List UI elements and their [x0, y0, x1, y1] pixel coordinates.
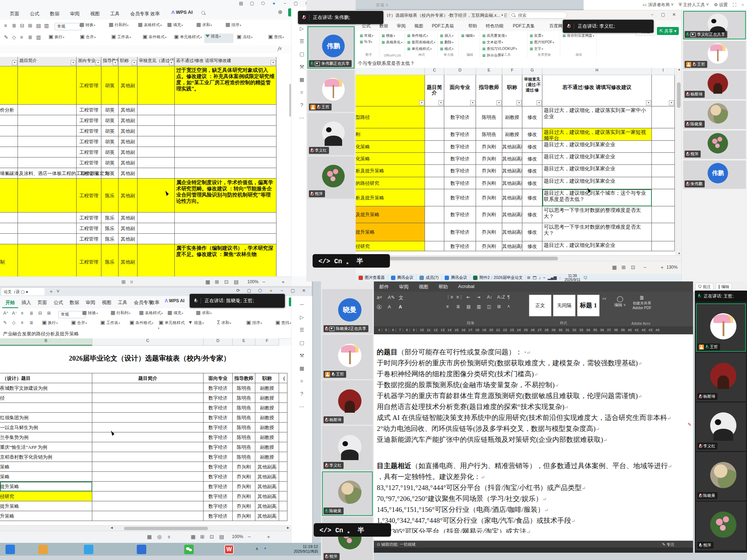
- para-tool-icon[interactable]: ¶: [507, 295, 510, 300]
- s2-cell[interactable]: 其他副高级: [255, 472, 279, 482]
- toolbar-btn-转换[interactable]: ▦转换▾: [81, 310, 108, 318]
- xl-cell[interactable]: [425, 206, 444, 223]
- status-icon[interactable]: ⌗: [130, 279, 133, 285]
- s1-cell[interactable]: [175, 147, 276, 158]
- format-icon[interactable]: ≡: [20, 34, 23, 40]
- s1-cell[interactable]: [0, 158, 18, 168]
- video-tile-李义红[interactable]: 李义红: [696, 402, 746, 451]
- filter-dropdown-button[interactable]: ▼: [12, 60, 17, 65]
- font-icon[interactable]: ≡: [21, 311, 23, 316]
- zoom-in-button[interactable]: ＋: [266, 534, 271, 540]
- xl-cell[interactable]: 修改: [522, 189, 542, 206]
- sidebar-tool-icon[interactable]: ☰: [298, 326, 306, 334]
- s1-cell[interactable]: [138, 147, 175, 158]
- xl-cell[interactable]: 数字经济: [444, 206, 476, 223]
- sidebar-tool-icon[interactable]: ▷: [298, 24, 306, 33]
- taskbar-icon-folder[interactable]: [38, 545, 48, 554]
- s1-cell[interactable]: [138, 179, 175, 213]
- scrollbar-thumb[interactable]: [289, 84, 291, 117]
- s2-cell[interactable]: [279, 511, 287, 521]
- toolbar-btn-工作表[interactable]: ▣工作表▾: [110, 34, 139, 43]
- xl-cell[interactable]: 题目过大，建议细化到某家企业: [542, 177, 652, 189]
- document-tab[interactable]: 论文（设 ▢ ●: [1, 288, 44, 295]
- ribbon-btn-发票[interactable]: ▦ 发票▾: [530, 33, 543, 38]
- s2-cell[interactable]: 提升策略: [0, 482, 92, 491]
- xl-cell[interactable]: 及提升策略: [356, 206, 425, 223]
- scroll-up-icon[interactable]: ▲: [678, 68, 681, 71]
- xl-cell[interactable]: 数字经济: [444, 128, 476, 141]
- xl-cell[interactable]: 修改: [522, 106, 542, 128]
- column-letter-E[interactable]: E: [233, 338, 255, 346]
- toolbar-btn-排序[interactable]: ▣排序▾: [245, 319, 273, 327]
- s2-cell[interactable]: 数字经济: [204, 393, 233, 403]
- column-letter-G[interactable]: G: [522, 68, 542, 75]
- s2-cell[interactable]: 陈明燕: [233, 413, 255, 423]
- s2-cell[interactable]: 其他副高级: [255, 501, 279, 511]
- menu-效率[interactable]: 效率: [147, 9, 163, 19]
- xl-cell[interactable]: [425, 177, 444, 189]
- menu-视图[interactable]: 视图: [87, 9, 103, 19]
- s1-cell[interactable]: 其他副高级: [119, 66, 138, 105]
- share-button[interactable]: ⇱ 共享 ▾: [657, 27, 679, 35]
- s2-cell[interactable]: 陈明燕: [233, 432, 255, 442]
- s2-cell[interactable]: 一以盒马鲜生为例: [0, 423, 92, 432]
- s1-cell[interactable]: 墙氟碳漆及涂料、酒店一体板工程的工程价款鉴定为: [0, 168, 18, 179]
- xl-cell[interactable]: 乔兴刚: [476, 153, 502, 165]
- sidebar-tool-icon[interactable]: ⋯: [298, 113, 306, 122]
- close-button[interactable]: ✕: [669, 12, 679, 17]
- wps-ai-button[interactable]: Λ WPS AI: [171, 9, 197, 17]
- ribbon-btn-编辑[interactable]: ▦ 编辑▾: [461, 33, 475, 38]
- s1-cell[interactable]: [18, 126, 77, 136]
- xl-cell[interactable]: [652, 128, 675, 141]
- xl-cell[interactable]: 题目过大，建议细化到某家企业: [542, 241, 652, 251]
- xl-cell[interactable]: 数字经济: [444, 106, 476, 128]
- ribbon-btn-插入[interactable]: ▦ 插入▾: [440, 33, 453, 38]
- s1-cell[interactable]: [138, 244, 175, 276]
- video-tile-朱伟鹏[interactable]: 伟鹏朱伟鹏: [683, 160, 746, 189]
- status-tool-icon[interactable]: ⌽: [167, 534, 170, 540]
- zoom-in-button[interactable]: ＋: [280, 279, 286, 285]
- toolbar-btn-冻结[interactable]: ▣冻结▾: [236, 34, 265, 43]
- s2-cell[interactable]: [279, 472, 287, 482]
- wps-ai-button[interactable]: Λ WPS AI: [165, 298, 187, 306]
- toolbar-btn-排序[interactable]: ▦排序▾: [224, 22, 251, 30]
- s1-cell[interactable]: [175, 126, 276, 136]
- menu-页面[interactable]: 页面: [7, 9, 23, 19]
- s1-cell[interactable]: 其他副高级: [119, 223, 138, 234]
- xl-cell[interactable]: 其他副高级: [502, 177, 522, 189]
- s2-cell[interactable]: 陈明燕: [233, 452, 255, 462]
- para-tool-icon[interactable]: ˄: [507, 304, 510, 309]
- format-icon[interactable]: ◇: [12, 320, 15, 325]
- editing-button[interactable]: ∥ 编辑: [716, 283, 732, 291]
- menu-特色功能[interactable]: 特色功能: [483, 22, 507, 31]
- format-icon[interactable]: ≣: [28, 34, 32, 40]
- edit-button[interactable]: ◯编辑 ˅: [613, 295, 627, 308]
- taskbar-app-腾讯会议[interactable]: 腾讯会议: [442, 274, 470, 281]
- s2-cell[interactable]: 陈明燕: [233, 403, 255, 413]
- s1-cell[interactable]: [138, 234, 175, 244]
- para-tool-icon[interactable]: ⊞: [497, 304, 501, 309]
- s2-cell[interactable]: [92, 462, 204, 472]
- xl-cell[interactable]: 乔兴刚: [476, 223, 502, 241]
- s2-cell[interactable]: [279, 482, 287, 491]
- s1-cell[interactable]: [18, 136, 77, 147]
- s1-cell[interactable]: 其他副高级: [119, 244, 138, 276]
- doc-line[interactable]: 70,°97,°206,°250°建议聚焦不同场景（学习/社交/娱乐）↵: [377, 494, 690, 504]
- align-icon[interactable]: ▥: [44, 23, 49, 28]
- format-icon[interactable]: ▥: [36, 34, 41, 40]
- titlebar-icon[interactable]: ⬡: [258, 1, 268, 6]
- xl-cell[interactable]: 数字经济: [444, 177, 476, 189]
- toolbar-btn-求和[interactable]: Σ求和▾: [216, 319, 244, 327]
- style-card-标题 1[interactable]: 标题 1: [577, 295, 600, 316]
- xl-cell[interactable]: 数字经济: [444, 141, 476, 153]
- s1-cell[interactable]: 其他副高级: [119, 158, 138, 168]
- zoom-in-button[interactable]: ＋: [659, 264, 665, 271]
- collapse-icon[interactable]: ─: [298, 300, 306, 309]
- xl-cell[interactable]: 化策略: [356, 141, 425, 153]
- doc-line[interactable]: 于卷积神经网络的细粒度图像分类研究(技术门槛高)↵: [377, 369, 690, 380]
- s1-cell[interactable]: 工程管理: [77, 244, 101, 276]
- taskbar-app-成员(7)[interactable]: 成员(7): [417, 274, 442, 281]
- s2-cell[interactable]: 陈明燕: [233, 423, 255, 432]
- s1-cell[interactable]: [138, 136, 175, 147]
- s1-cell[interactable]: 工程管理: [77, 147, 101, 158]
